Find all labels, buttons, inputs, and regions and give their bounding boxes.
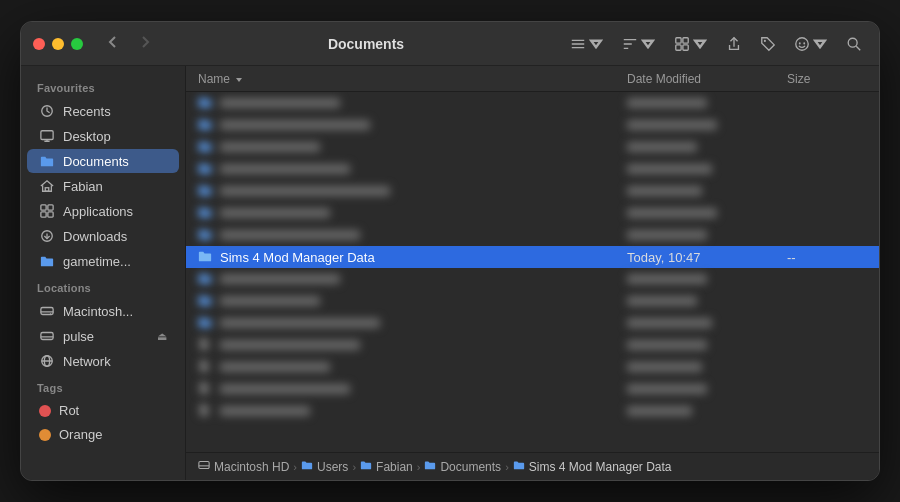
breadcrumb-item-fabian[interactable]: Fabian — [360, 459, 413, 474]
favourites-label: Favourites — [21, 74, 185, 98]
file-modified — [627, 140, 787, 155]
forward-button[interactable] — [131, 32, 159, 56]
col-size[interactable]: Size — [787, 72, 867, 86]
tag-button[interactable] — [755, 33, 781, 55]
file-modified — [627, 404, 787, 419]
svg-rect-25 — [41, 205, 46, 210]
table-row[interactable] — [186, 136, 879, 158]
search-button[interactable] — [841, 33, 867, 55]
sidebar-label-rot: Rot — [59, 403, 79, 418]
table-row[interactable] — [186, 312, 879, 334]
maximize-button[interactable] — [71, 38, 83, 50]
back-button[interactable] — [99, 32, 127, 56]
sidebar-label-macintosh: Macintosh... — [63, 304, 133, 319]
svg-rect-21 — [41, 131, 53, 140]
traffic-lights — [33, 38, 83, 50]
sidebar-item-network[interactable]: Network — [27, 349, 179, 373]
table-row[interactable] — [186, 400, 879, 422]
sidebar-item-orange[interactable]: Orange — [27, 423, 179, 446]
sidebar-item-documents[interactable]: Documents — [27, 149, 179, 173]
titlebar: Documents — [21, 22, 879, 66]
sidebar-section-locations: Locations Macintosh... — [21, 274, 185, 373]
file-name — [220, 272, 627, 287]
globe-icon — [39, 353, 55, 369]
table-row[interactable] — [186, 334, 879, 356]
folder-icon-breadcrumb — [513, 459, 525, 474]
svg-marker-39 — [236, 78, 242, 82]
sidebar-item-applications[interactable]: Applications — [27, 199, 179, 223]
table-row[interactable] — [186, 92, 879, 114]
list-view-button[interactable] — [565, 33, 609, 55]
file-modified — [627, 228, 787, 243]
col-name[interactable]: Name — [198, 72, 627, 86]
sidebar-item-desktop[interactable]: Desktop — [27, 124, 179, 148]
svg-rect-11 — [683, 44, 688, 49]
file-modified — [627, 162, 787, 177]
share-button[interactable] — [721, 33, 747, 55]
file-modified — [627, 382, 787, 397]
document-icon — [198, 337, 214, 353]
file-list-inner: Sims 4 Mod Manager Data Today, 10:47 -- — [186, 92, 879, 422]
sidebar-item-gametime[interactable]: gametime... — [27, 249, 179, 273]
action-button[interactable] — [789, 33, 833, 55]
sort-button[interactable] — [617, 33, 661, 55]
sidebar-section-favourites: Favourites Recents — [21, 74, 185, 273]
sidebar-item-macintosh[interactable]: Macintosh... — [27, 299, 179, 323]
sidebar-label-documents: Documents — [63, 154, 129, 169]
close-button[interactable] — [33, 38, 45, 50]
svg-rect-27 — [41, 212, 46, 217]
breadcrumb-item-documents[interactable]: Documents — [424, 459, 501, 474]
file-name — [220, 206, 627, 221]
breadcrumb-item-sims4[interactable]: Sims 4 Mod Manager Data — [513, 459, 672, 474]
breadcrumb-sep: › — [417, 461, 421, 473]
table-row[interactable] — [186, 356, 879, 378]
file-modified — [627, 294, 787, 309]
grid-view-button[interactable] — [669, 33, 713, 55]
tags-label: Tags — [21, 374, 185, 398]
svg-rect-10 — [676, 44, 681, 49]
table-row[interactable] — [186, 180, 879, 202]
sidebar-label-network: Network — [63, 354, 111, 369]
file-modified-selected: Today, 10:47 — [627, 250, 787, 265]
minimize-button[interactable] — [52, 38, 64, 50]
sidebar-item-downloads[interactable]: Downloads — [27, 224, 179, 248]
sidebar-item-fabian[interactable]: Fabian — [27, 174, 179, 198]
breadcrumb-sep: › — [352, 461, 356, 473]
breadcrumb-item-macintosh[interactable]: Macintosh HD — [198, 459, 289, 474]
hdd-icon — [39, 303, 55, 319]
grid-icon — [39, 203, 55, 219]
svg-marker-3 — [591, 40, 601, 46]
table-row[interactable] — [186, 290, 879, 312]
eject-symbol[interactable]: ⏏ — [157, 330, 167, 343]
folder-icon — [198, 271, 214, 287]
folder-icon — [198, 139, 214, 155]
sidebar-item-recents[interactable]: Recents — [27, 99, 179, 123]
sidebar-label-applications: Applications — [63, 204, 133, 219]
sidebar-item-pulse[interactable]: pulse ⏏ — [27, 324, 179, 348]
table-row[interactable] — [186, 378, 879, 400]
table-row[interactable] — [186, 158, 879, 180]
table-row[interactable] — [186, 114, 879, 136]
folder-icon — [39, 153, 55, 169]
svg-point-18 — [848, 38, 857, 47]
document-icon — [198, 381, 214, 397]
window-title: Documents — [167, 36, 565, 52]
home-icon — [39, 178, 55, 194]
finder-window: Documents — [20, 21, 880, 481]
clock-icon — [39, 103, 55, 119]
table-row[interactable] — [186, 268, 879, 290]
file-pane: Name Date Modified Size — [186, 66, 879, 480]
table-row-selected[interactable]: Sims 4 Mod Manager Data Today, 10:47 -- — [186, 246, 879, 268]
file-name — [220, 382, 627, 397]
file-name — [220, 140, 627, 155]
file-list[interactable]: Sims 4 Mod Manager Data Today, 10:47 -- — [186, 92, 879, 452]
sidebar-label-gametime: gametime... — [63, 254, 131, 269]
svg-rect-26 — [48, 205, 53, 210]
sidebar-item-rot[interactable]: Rot — [27, 399, 179, 422]
file-modified — [627, 206, 787, 221]
svg-marker-17 — [815, 40, 825, 46]
col-modified[interactable]: Date Modified — [627, 72, 787, 86]
table-row[interactable] — [186, 202, 879, 224]
breadcrumb-item-users[interactable]: Users — [301, 459, 348, 474]
table-row[interactable] — [186, 224, 879, 246]
